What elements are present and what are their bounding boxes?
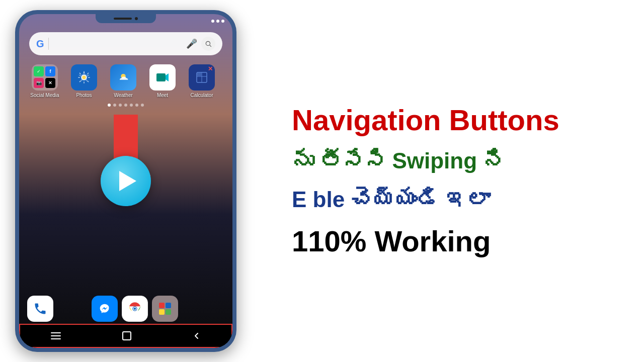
app-social-media[interactable]: ✓ f 📷 ✕ Social Media xyxy=(27,64,62,99)
instagram-mini: 📷 xyxy=(34,78,44,88)
app-label-weather: Weather xyxy=(114,93,133,99)
dock-chrome[interactable] xyxy=(122,296,148,322)
home-button[interactable] xyxy=(122,331,131,340)
lens-search-icon[interactable] xyxy=(201,37,215,51)
enable-telugu: ble చెయ్యండి ఇలా xyxy=(313,187,490,212)
camera xyxy=(135,17,138,20)
svg-rect-10 xyxy=(197,73,201,76)
dock-messenger[interactable] xyxy=(92,296,118,322)
app-label-meet: Meet xyxy=(157,93,168,99)
back-button[interactable] xyxy=(193,332,201,340)
folder-icon: ✓ f 📷 ✕ xyxy=(32,64,58,90)
menu-button[interactable] xyxy=(51,332,61,339)
app-photos[interactable]: Photos xyxy=(66,64,102,99)
play-button-overlay[interactable] xyxy=(101,156,151,206)
voice-search-icon[interactable]: 🎤 xyxy=(186,38,197,49)
svg-rect-18 xyxy=(51,338,61,339)
calc-x-icon: ✕ xyxy=(208,65,213,72)
app-dock xyxy=(27,296,224,322)
speaker xyxy=(114,18,132,20)
navigation-bar[interactable] xyxy=(19,324,232,348)
x-mini: ✕ xyxy=(45,78,55,88)
page-dot-6 xyxy=(135,104,138,107)
whatsapp-mini: ✓ xyxy=(34,66,44,76)
app-label-photos: Photos xyxy=(76,93,92,99)
search-divider xyxy=(48,38,49,50)
svg-rect-19 xyxy=(123,332,131,340)
page-dot-7 xyxy=(141,104,144,107)
page-dot-1 xyxy=(108,104,111,107)
battery-icon xyxy=(221,20,224,23)
phone-section: G 🎤 ✓ xyxy=(0,0,252,362)
subtitle-line3-container: E ble చెయ్యండి ఇలా xyxy=(292,185,614,214)
dock-phone[interactable] xyxy=(27,296,53,322)
page-indicators xyxy=(19,104,232,107)
svg-line-1 xyxy=(210,45,211,47)
weather-icon xyxy=(110,64,136,90)
app-weather[interactable]: Weather xyxy=(106,64,141,99)
svg-point-0 xyxy=(206,41,210,45)
google-logo: G xyxy=(36,38,44,50)
meet-icon xyxy=(149,64,176,90)
fb-mini: f xyxy=(45,66,55,76)
text-section: Navigation Buttons ను తీసేసి Swiping ని … xyxy=(262,0,644,362)
dock-more-apps[interactable] xyxy=(152,296,178,322)
calculator-icon: ✕ xyxy=(189,64,215,90)
play-circle[interactable] xyxy=(101,156,151,206)
svg-point-3 xyxy=(83,76,86,79)
page-dot-2 xyxy=(113,104,116,107)
subtitle-line2: ను తీసేసి Swiping ని xyxy=(292,146,614,175)
page-dot-3 xyxy=(119,104,122,107)
app-meet[interactable]: Meet xyxy=(145,64,180,99)
page-dot-5 xyxy=(130,104,133,107)
signal-icon xyxy=(211,20,214,23)
app-calculator[interactable]: ✕ Calculator xyxy=(184,64,219,99)
app-label-calculator: Calculator xyxy=(190,93,213,99)
svg-marker-6 xyxy=(166,73,169,81)
page-dot-4 xyxy=(124,104,127,107)
search-bar[interactable]: G 🎤 xyxy=(29,32,222,55)
app-label-social: Social Media xyxy=(30,93,59,99)
phone-notch xyxy=(96,14,156,23)
play-triangle-icon xyxy=(119,171,136,191)
photos-icon xyxy=(71,64,97,90)
wifi-icon xyxy=(216,20,219,23)
svg-rect-17 xyxy=(51,335,61,336)
svg-rect-16 xyxy=(51,332,61,333)
enable-prefix: E xyxy=(292,187,306,212)
dock-spacer xyxy=(57,296,88,322)
working-text: 110% Working xyxy=(292,224,614,258)
subtitle-line3: E ble చెయ్యండి ఇలా xyxy=(292,185,490,214)
svg-rect-5 xyxy=(156,73,166,81)
status-icons xyxy=(211,20,224,23)
svg-point-15 xyxy=(134,308,136,310)
app-grid: ✓ f 📷 ✕ Social Media xyxy=(27,64,224,99)
headline-navigation: Navigation Buttons xyxy=(292,104,614,136)
